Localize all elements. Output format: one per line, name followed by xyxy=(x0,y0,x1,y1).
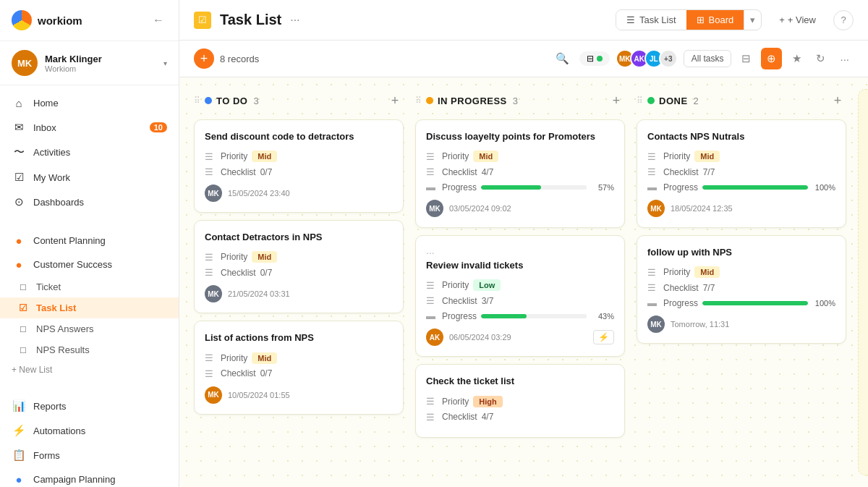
sidebar-item-automations[interactable]: ⚡ Automations xyxy=(0,418,179,443)
priority-icon: ☰ xyxy=(647,151,659,162)
help-button[interactable]: ? xyxy=(833,10,854,30)
inprogress-drag-handle[interactable]: ⠿ xyxy=(415,96,422,106)
sidebar-collapse-button[interactable]: ← xyxy=(150,11,167,30)
checklist-value: 3/7 xyxy=(482,296,494,306)
todo-column-count: 3 xyxy=(253,96,258,106)
progress-fill-c5 xyxy=(481,314,527,318)
card-c2-priority-row: ☰ Priority Mid xyxy=(205,251,393,263)
checklist-label: Checklist xyxy=(442,167,477,177)
card-c8-date: Tomorrow, 11:31 xyxy=(671,320,729,329)
progress-pct-c8: 100% xyxy=(812,299,835,308)
sidebar-sub-task-list-label: Task List xyxy=(36,302,76,313)
sidebar-item-forms[interactable]: 📋 Forms xyxy=(0,443,179,467)
user-dropdown-icon[interactable]: ▾ xyxy=(163,59,167,67)
view-tasklist-button[interactable]: ☰ Task List xyxy=(616,10,686,30)
done-column-count: 2 xyxy=(694,96,699,106)
filter-button[interactable]: ⊟ xyxy=(737,49,755,68)
checklist-icon: ☰ xyxy=(426,295,438,306)
search-button[interactable]: 🔍 xyxy=(551,49,574,68)
empty-column xyxy=(858,89,868,475)
card-c5: ··· Review invalid tickets ☰ Priority Lo… xyxy=(415,235,625,357)
card-c5-action-button[interactable]: ⚡ xyxy=(593,330,614,344)
checklist-icon: ☰ xyxy=(647,282,659,293)
sidebar-item-content-planning[interactable]: ● Content Planning xyxy=(0,229,179,253)
user-section[interactable]: MK Mark Klinger Workiom ▾ xyxy=(0,41,179,85)
add-record-button[interactable]: + xyxy=(194,48,214,69)
card-c4-checklist-row: ☰ Checklist 4/7 xyxy=(426,166,614,177)
done-column-title: DONE xyxy=(659,96,688,106)
card-c5-title: Review invalid tickets xyxy=(426,259,614,272)
view-board-button[interactable]: ⊞ Board xyxy=(686,10,744,30)
todo-drag-handle[interactable]: ⠿ xyxy=(194,96,200,106)
toolbar-more-button[interactable]: ··· xyxy=(835,50,854,68)
sidebar-item-inbox[interactable]: ✉ Inbox 10 xyxy=(0,115,179,140)
card-c3-priority-row: ☰ Priority Mid xyxy=(205,352,393,364)
checklist-label: Checklist xyxy=(221,368,256,378)
column-done-header: ⠿ DONE 2 + xyxy=(637,89,846,112)
sidebar-item-mywork[interactable]: ☑ My Work xyxy=(0,165,179,190)
sidebar-item-reports[interactable]: 📊 Reports xyxy=(0,394,179,418)
sidebar-item-campaign-planning[interactable]: ● Campaign Planning xyxy=(0,467,179,487)
sidebar-item-activities[interactable]: 〜 Activities xyxy=(0,140,179,165)
nps-answers-icon: □ xyxy=(17,323,29,334)
checklist-icon: ☰ xyxy=(205,368,216,379)
card-c7-footer: MK 18/05/2024 12:35 xyxy=(647,200,835,217)
new-list-button[interactable]: + New List xyxy=(0,360,179,379)
card-c7-title: Contacts NPS Nutrals xyxy=(647,130,835,143)
sidebar-item-customer-success[interactable]: ● Customer Success xyxy=(0,253,179,276)
progress-bar-c7 xyxy=(702,185,808,190)
todo-add-button[interactable]: + xyxy=(386,92,404,109)
all-tasks-button[interactable]: All tasks xyxy=(684,50,732,67)
card-c1-title: Send discount code to detractors xyxy=(205,130,393,143)
sidebar-sub-nps-answers-label: NPS Answers xyxy=(36,323,93,334)
priority-label: Priority xyxy=(663,151,690,161)
card-c1-avatar: MK xyxy=(205,185,222,202)
checklist-icon: ☰ xyxy=(647,166,659,177)
filter-toggle-button[interactable]: ⊟ xyxy=(579,51,610,66)
card-c6: Check the ticket list ☰ Priority High ☰ … xyxy=(415,364,625,437)
progress-label: Progress xyxy=(663,298,698,308)
card-c3-title: List of actions from NPS xyxy=(205,331,393,344)
filter-toggle-icon: ⊟ xyxy=(587,54,594,64)
done-status-dot xyxy=(647,97,655,104)
priority-icon: ☰ xyxy=(647,267,659,278)
sidebar-item-dashboards[interactable]: ⊙ Dashboards xyxy=(0,190,179,214)
inprogress-add-button[interactable]: + xyxy=(608,92,625,109)
card-c5-footer: AK 06/05/2024 03:29 ⚡ xyxy=(426,329,614,346)
ticket-icon: □ xyxy=(17,281,29,292)
priority-label: Priority xyxy=(221,151,247,161)
sidebar-item-home-label: Home xyxy=(33,98,59,109)
refresh-button[interactable]: ↻ xyxy=(812,49,830,68)
checklist-icon: ☰ xyxy=(426,166,438,177)
card-c2-title: Contact Detractors in NPS xyxy=(205,231,393,244)
sidebar-sub-nps-answers[interactable]: □ NPS Answers xyxy=(0,318,179,339)
checklist-icon: ☰ xyxy=(205,166,216,177)
sidebar-sub-ticket-label: Ticket xyxy=(36,281,61,292)
sidebar-item-inbox-label: Inbox xyxy=(33,122,56,133)
sidebar-item-campaign-planning-label: Campaign Planning xyxy=(33,474,115,485)
sidebar-item-home[interactable]: ⌂ Home xyxy=(0,91,179,115)
card-c5-more-button[interactable]: ··· xyxy=(426,247,435,258)
star-button[interactable]: ★ xyxy=(788,49,806,68)
layers-button[interactable]: ⊕ xyxy=(761,48,782,69)
done-drag-handle[interactable]: ⠿ xyxy=(637,96,643,106)
page-more-button[interactable]: ··· xyxy=(290,14,299,27)
todo-column-title: TO DO xyxy=(216,96,247,106)
checklist-value: 4/7 xyxy=(482,412,494,422)
done-add-button[interactable]: + xyxy=(829,92,846,109)
priority-icon: ☰ xyxy=(205,352,216,363)
nav-section: ⌂ Home ✉ Inbox 10 〜 Activities ☑ My Work… xyxy=(0,85,179,220)
card-c8-title: follow up with NPS xyxy=(647,246,835,259)
sidebar-item-content-planning-label: Content Planning xyxy=(33,235,106,246)
card-c2: Contact Detractors in NPS ☰ Priority Mid… xyxy=(194,220,404,313)
sidebar-sub-nps-results[interactable]: □ NPS Results xyxy=(0,339,179,360)
view-dropdown-button[interactable]: ▾ xyxy=(744,10,761,30)
sidebar-sub-ticket[interactable]: □ Ticket xyxy=(0,276,179,297)
sidebar-sub-task-list[interactable]: ☑ Task List xyxy=(0,297,179,318)
add-view-button[interactable]: + + View xyxy=(770,10,825,30)
progress-pct-c4: 57% xyxy=(591,183,614,192)
progress-icon: ▬ xyxy=(426,182,438,192)
priority-icon: ☰ xyxy=(205,151,216,162)
progress-label: Progress xyxy=(663,182,698,192)
inprogress-column-title: IN PROGRESS xyxy=(438,96,507,106)
